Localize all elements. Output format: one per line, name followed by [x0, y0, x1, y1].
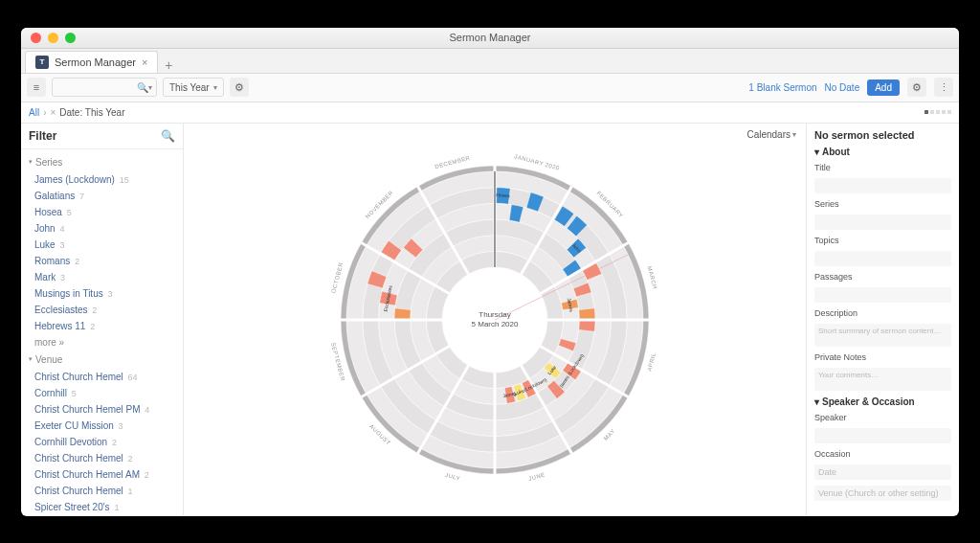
about-section[interactable]: ▾About [814, 147, 951, 157]
title-label: Title [814, 163, 951, 172]
svg-text:OCTOBER: OCTOBER [330, 260, 344, 293]
toolbar: ≡ 🔍 ▾ This Year ▾ ⚙ 1 Blank Sermon No Da… [21, 74, 959, 102]
minimize-icon[interactable] [48, 33, 58, 43]
sidebar-item[interactable]: Christ Church Hemel 2 [21, 450, 183, 466]
range-select[interactable]: This Year ▾ [163, 78, 224, 97]
svg-text:DECEMBER: DECEMBER [434, 154, 471, 170]
close-icon[interactable] [31, 33, 41, 43]
app-icon: T [35, 56, 49, 69]
svg-text:MARCH: MARCH [647, 265, 658, 289]
search-icon[interactable]: 🔍 [161, 129, 175, 143]
svg-text:JUNE: JUNE [528, 471, 546, 481]
crumb-date[interactable]: Date: This Year [59, 107, 124, 118]
chevron-down-icon: ▾ [29, 355, 33, 363]
chevron-down-icon: ▾ [814, 396, 819, 407]
sidebar-item[interactable]: Cornhill 5 [21, 385, 183, 401]
calendars-dropdown[interactable]: Calendars▾ [746, 129, 796, 140]
date-field[interactable]: Date [814, 464, 951, 480]
sidebar-item[interactable]: Spicer Street 20's 1 [21, 499, 183, 515]
help-icon[interactable]: ⋮ [934, 78, 953, 97]
svg-text:MAY: MAY [603, 427, 616, 441]
venue-field[interactable]: Venue (Church or other setting) [814, 486, 951, 501]
window-controls [21, 33, 76, 43]
titlebar: Sermon Manager [21, 28, 959, 49]
calendar-event[interactable] [394, 307, 411, 318]
speaker-field[interactable] [814, 428, 951, 443]
calendar-event[interactable] [579, 307, 595, 318]
tab-bar: T Sermon Manager × + [21, 49, 959, 74]
speaker-label: Speaker [814, 413, 951, 422]
chevron-down-icon: ▾ [814, 147, 819, 157]
blank-sermon-link[interactable]: 1 Blank Sermon [748, 82, 816, 93]
settings-icon[interactable]: ⚙ [907, 78, 926, 97]
passages-field[interactable] [814, 287, 951, 303]
sidebar-item[interactable]: Exeter CU Mission 3 [21, 418, 183, 434]
chevron-right-icon: › [43, 107, 46, 118]
sidebar-item[interactable]: Romans 2 [21, 253, 183, 269]
sidebar-item[interactable]: Christ Church Hemel AM 2 [21, 466, 183, 483]
no-date-link[interactable]: No Date [825, 82, 860, 93]
svg-text:APRIL: APRIL [646, 351, 657, 372]
private-label: Private Notes [814, 352, 951, 362]
inspector-panel: No sermon selected ▾About Title Series T… [806, 124, 959, 516]
tab-label: Sermon Manager [55, 57, 136, 68]
sidebar-group[interactable]: ▾Series [21, 153, 183, 171]
svg-text:Hosea: Hosea [496, 192, 510, 198]
sidebar-item[interactable]: Hebrews 11 2 [21, 318, 183, 334]
sidebar-item[interactable]: Cornhill Devotion 2 [21, 434, 183, 450]
sidebar-item[interactable]: James (Lockdown) 15 [21, 171, 183, 188]
crumb-all[interactable]: All [29, 107, 39, 118]
passages-label: Passages [814, 272, 951, 282]
private-field[interactable]: Your comments… [814, 368, 951, 391]
sidebar-item[interactable]: Mark 3 [21, 269, 183, 285]
sidebar-item[interactable]: John 4 [21, 220, 183, 237]
sidebar-item[interactable]: Christ Church Hemel PM 4 [21, 401, 183, 418]
sidebar-title: Filter [29, 129, 56, 143]
menu-icon[interactable]: ≡ [27, 78, 46, 97]
range-label: This Year [169, 82, 210, 93]
gear-icon[interactable]: ⚙ [230, 78, 249, 97]
sidebar-item[interactable]: Galatians 7 [21, 188, 183, 204]
calendar-event[interactable] [579, 321, 595, 331]
radial-calendar[interactable]: JANUARY 2020FEBRUARYMARCHAPRILMAYJUNEJUL… [323, 147, 667, 492]
search-icon: 🔍 [137, 82, 148, 93]
description-label: Description [814, 308, 951, 318]
title-field[interactable] [814, 178, 951, 193]
maximize-icon[interactable] [65, 33, 76, 43]
occasion-label: Occasion [814, 449, 951, 459]
svg-text:JULY: JULY [444, 471, 460, 481]
add-button[interactable]: Add [867, 79, 900, 96]
sidebar-item[interactable]: Christ Church Hemel 64 [21, 369, 183, 385]
window-title: Sermon Manager [21, 32, 959, 43]
search-input[interactable]: 🔍 ▾ [52, 78, 157, 97]
new-tab-button[interactable]: + [158, 57, 179, 73]
breadcrumb: All › × Date: This Year [21, 102, 959, 124]
sidebar-item[interactable]: Musings in Titus 3 [21, 285, 183, 302]
chevron-down-icon: ▾ [792, 130, 796, 139]
filter-sidebar: Filter 🔍 ▾SeriesJames (Lockdown) 15Galat… [21, 124, 184, 516]
calendar-view: Calendars▾ JANUARY 2020FEBRUARYMARCHAPRI… [184, 124, 806, 516]
close-filter-icon[interactable]: × [50, 107, 56, 118]
chevron-down-icon: ▾ [29, 158, 33, 166]
series-label: Series [814, 199, 951, 209]
topics-label: Topics [814, 236, 951, 245]
sidebar-item[interactable]: Luke 3 [21, 237, 183, 253]
sidebar-item[interactable]: Hosea 5 [21, 204, 183, 220]
speaker-section[interactable]: ▾Speaker & Occasion [814, 396, 951, 407]
view-dots[interactable] [924, 110, 951, 114]
sidebar-more[interactable]: more » [21, 334, 183, 351]
topics-field[interactable] [814, 251, 951, 266]
sidebar-group[interactable]: ▾Venue [21, 351, 183, 369]
sidebar-item[interactable]: Ecclesiastes 2 [21, 302, 183, 318]
chevron-down-icon: ▾ [213, 83, 217, 92]
series-field[interactable] [814, 215, 951, 230]
sidebar-item[interactable]: Allington Court 1 [21, 515, 183, 516]
tab-sermon-manager[interactable]: T Sermon Manager × [25, 51, 158, 73]
close-icon[interactable]: × [142, 57, 147, 68]
center-date: Thursday 5 March 2020 [472, 309, 519, 329]
app-window: Sermon Manager T Sermon Manager × + ≡ 🔍 … [21, 28, 959, 516]
description-field[interactable]: Short summary of sermon content… [814, 324, 951, 347]
chevron-down-icon: ▾ [148, 83, 152, 92]
inspector-title: No sermon selected [814, 129, 951, 141]
sidebar-item[interactable]: Christ Church Hemel 1 [21, 483, 183, 499]
